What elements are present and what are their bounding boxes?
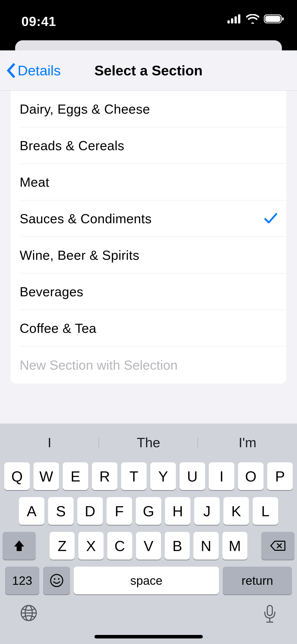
backspace-icon: [270, 540, 285, 551]
key-b[interactable]: B: [165, 532, 190, 560]
svg-rect-13: [267, 605, 272, 616]
shift-icon: [13, 540, 25, 552]
space-key[interactable]: space: [74, 567, 219, 594]
list-item[interactable]: Meat: [11, 164, 286, 200]
svg-rect-1: [231, 18, 233, 23]
cellular-signal-icon: [227, 14, 242, 24]
svg-point-8: [54, 578, 55, 580]
home-indicator[interactable]: [94, 635, 203, 638]
key-c[interactable]: C: [107, 532, 132, 560]
key-i[interactable]: I: [209, 462, 234, 490]
navigation-bar: Details Select a Section: [0, 50, 297, 91]
emoji-key[interactable]: [43, 567, 70, 594]
return-key[interactable]: return: [223, 567, 292, 594]
svg-rect-2: [235, 16, 237, 23]
shift-key[interactable]: [3, 532, 36, 560]
list-item[interactable]: Beverages: [11, 273, 286, 310]
suggestions-bar: I The I'm: [0, 427, 297, 458]
key-n[interactable]: N: [193, 532, 218, 560]
status-time: 09:41: [21, 14, 56, 29]
globe-icon[interactable]: [20, 604, 37, 623]
list-item-label: Breads & Cereals: [20, 138, 124, 153]
list-item-label: Coffee & Tea: [20, 321, 96, 336]
key-j[interactable]: J: [194, 497, 220, 525]
back-button[interactable]: Details: [0, 62, 61, 79]
key-g[interactable]: G: [136, 497, 161, 525]
key-s[interactable]: S: [48, 497, 74, 525]
list-item-label: Wine, Beer & Spirits: [20, 248, 139, 263]
key-d[interactable]: D: [77, 497, 103, 525]
section-list: Dairy, Eggs & Cheese Breads & Cereals Me…: [11, 91, 286, 384]
status-indicators: [227, 14, 284, 25]
key-l[interactable]: L: [253, 497, 278, 525]
svg-point-9: [58, 578, 59, 580]
list-item[interactable]: Breads & Cereals: [11, 127, 286, 164]
dictate-icon[interactable]: [263, 604, 277, 625]
key-r[interactable]: R: [92, 462, 117, 490]
key-w[interactable]: W: [34, 462, 59, 490]
key-k[interactable]: K: [223, 497, 249, 525]
svg-rect-0: [227, 20, 230, 23]
numbers-key[interactable]: 123: [5, 567, 39, 594]
key-u[interactable]: U: [180, 462, 205, 490]
key-t[interactable]: T: [121, 462, 147, 490]
list-item-label: Meat: [20, 175, 49, 190]
battery-icon: [264, 14, 284, 25]
key-f[interactable]: F: [107, 497, 132, 525]
svg-rect-6: [282, 17, 284, 20]
key-o[interactable]: O: [238, 462, 263, 490]
list-item[interactable]: Sauces & Condiments: [11, 200, 286, 237]
checkmark-icon: [264, 212, 277, 225]
list-item[interactable]: Dairy, Eggs & Cheese: [11, 91, 286, 127]
key-p[interactable]: P: [267, 462, 293, 490]
suggestion[interactable]: I: [0, 435, 99, 450]
background-card-peek: [15, 40, 282, 50]
wifi-icon: [246, 14, 259, 25]
key-a[interactable]: A: [19, 497, 44, 525]
modal-sheet: Details Select a Section Dairy, Eggs & C…: [0, 50, 297, 443]
list-item[interactable]: Coffee & Tea: [11, 310, 286, 346]
chevron-left-icon: [6, 63, 17, 78]
keyboard: I The I'm Q W E R T Y U I O P A S D F G …: [0, 424, 297, 644]
new-section-row[interactable]: [11, 346, 286, 384]
key-h[interactable]: H: [165, 497, 190, 525]
svg-rect-5: [265, 16, 280, 22]
key-q[interactable]: Q: [4, 462, 30, 490]
list-item[interactable]: Wine, Beer & Spirits: [11, 237, 286, 273]
suggestion[interactable]: I'm: [198, 435, 297, 450]
key-y[interactable]: Y: [150, 462, 176, 490]
key-e[interactable]: E: [63, 462, 88, 490]
new-section-input[interactable]: [20, 358, 277, 373]
svg-rect-3: [238, 14, 240, 23]
key-x[interactable]: X: [78, 532, 103, 560]
svg-point-7: [51, 574, 63, 587]
back-button-label: Details: [18, 62, 61, 79]
list-item-label: Beverages: [20, 284, 83, 299]
delete-key[interactable]: [261, 532, 294, 560]
list-item-label: Dairy, Eggs & Cheese: [20, 102, 150, 117]
list-item-label: Sauces & Condiments: [20, 211, 152, 226]
key-v[interactable]: V: [136, 532, 161, 560]
suggestion[interactable]: The: [99, 435, 198, 450]
key-z[interactable]: Z: [50, 532, 75, 560]
key-m[interactable]: M: [222, 532, 247, 560]
emoji-icon: [50, 574, 63, 587]
